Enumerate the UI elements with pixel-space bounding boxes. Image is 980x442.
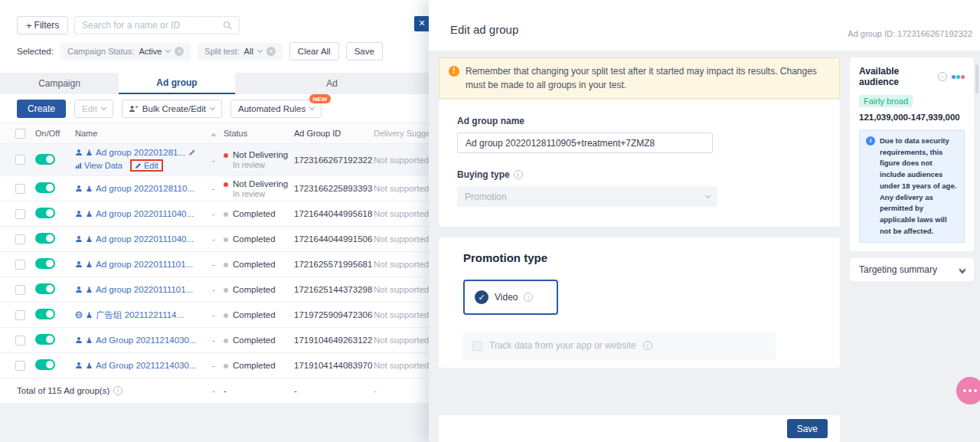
automated-rules-dropdown[interactable]: Automated Rules NEW <box>230 100 322 118</box>
flask-icon <box>86 362 93 369</box>
row-dash: - <box>205 184 222 193</box>
row-checkbox[interactable] <box>15 361 25 371</box>
row-dash: - <box>205 156 222 165</box>
remove-filter-icon[interactable] <box>266 47 276 56</box>
edit-link-highlight: Edit <box>130 159 163 172</box>
footer-dash: - <box>222 386 292 395</box>
header-name[interactable]: Name <box>74 129 205 138</box>
status-text: Not Delivering <box>233 150 288 159</box>
selected-filters-row: Selected: Campaign Status: Active Split … <box>17 42 383 61</box>
row-checkbox[interactable] <box>15 336 25 345</box>
row-checkbox[interactable] <box>15 184 25 194</box>
header-onoff[interactable]: On/Off <box>34 129 74 138</box>
row-toggle[interactable] <box>35 334 55 345</box>
edit-link[interactable]: Edit <box>135 161 158 170</box>
targeting-summary-card[interactable]: Targeting summary <box>850 258 974 281</box>
ad-group-id-cell: 1723166225893393 <box>292 184 372 193</box>
status-text: Completed <box>233 361 276 370</box>
row-toggle[interactable] <box>35 283 55 294</box>
view-data-link[interactable]: View Data <box>75 161 122 170</box>
select-all-checkbox[interactable] <box>15 129 25 139</box>
adgroup-name-link[interactable]: Ad group 20220111040... <box>96 209 194 218</box>
row-checkbox[interactable] <box>15 260 25 270</box>
row-checkbox[interactable] <box>15 234 25 244</box>
save-filter-button[interactable]: Save <box>346 42 383 61</box>
chip-label: Split test: <box>204 47 239 56</box>
table-row: Ad group 20220128110... - Not Delivering… <box>0 176 482 201</box>
person-icon <box>75 362 83 369</box>
sort-icon[interactable] <box>211 133 217 136</box>
flask-icon <box>86 185 93 192</box>
chevron-down-icon <box>101 105 106 110</box>
row-toggle[interactable] <box>35 233 55 244</box>
video-option[interactable]: Video <box>463 280 558 315</box>
new-badge: NEW <box>309 94 332 103</box>
adgroup-name-link[interactable]: 广告组 20211221114... <box>96 309 184 321</box>
adgroup-name-link[interactable]: Ad group 20220111101... <box>96 260 193 269</box>
edit-pencil-icon[interactable] <box>188 149 196 156</box>
filter-chip-split-test[interactable]: Split test: All <box>198 43 282 61</box>
drawer-header: Edit ad group Ad group ID: 1723166267192… <box>429 0 980 51</box>
chevron-down-icon <box>165 47 171 53</box>
row-toggle[interactable] <box>35 182 55 193</box>
adgroup-name-link[interactable]: Ad group 202201281... <box>96 148 185 157</box>
buying-type-label: Buying type <box>457 169 822 180</box>
status-text: Completed <box>233 285 276 294</box>
total-label: Total of 115 Ad group(s) <box>17 386 109 395</box>
filter-chip-campaign-status[interactable]: Campaign Status: Active <box>60 43 191 61</box>
close-icon[interactable] <box>414 16 430 31</box>
remove-filter-icon[interactable] <box>175 47 184 56</box>
adgroup-name-link[interactable]: Ad group 20220111040... <box>96 234 194 244</box>
row-checkbox[interactable] <box>15 310 25 320</box>
row-checkbox[interactable] <box>15 209 25 219</box>
track-data-checkbox[interactable] <box>472 341 482 351</box>
filters-button[interactable]: Filters <box>17 16 68 34</box>
drawer-title: Edit ad group <box>450 23 518 36</box>
save-button[interactable]: Save <box>787 419 828 438</box>
row-dash: - <box>205 361 222 370</box>
tab-ad-group[interactable]: Ad group <box>119 73 235 94</box>
header-status[interactable]: Status <box>222 129 292 138</box>
edit-dropdown[interactable]: Edit <box>74 100 113 118</box>
table-row: Ad Group 20211214030... - Completed 1719… <box>0 328 482 353</box>
chat-bubble-button[interactable] <box>956 377 980 404</box>
search-input[interactable] <box>82 20 223 31</box>
table-row: Ad group 202201281... View Data <box>0 144 482 176</box>
row-toggle[interactable] <box>35 208 55 218</box>
row-toggle[interactable] <box>35 154 55 165</box>
row-toggle[interactable] <box>35 258 55 269</box>
info-icon <box>643 341 652 350</box>
warning-icon <box>449 66 459 77</box>
row-toggle[interactable] <box>35 359 55 370</box>
edit-ad-group-drawer: Edit ad group Ad group ID: 1723166267192… <box>429 0 980 442</box>
flask-icon <box>86 286 93 293</box>
track-data-label: Track data from your app or website <box>489 340 636 351</box>
scrollbar[interactable] <box>975 64 978 93</box>
adgroup-name-link[interactable]: Ad group 20220111101... <box>96 285 193 294</box>
chevron-down-icon <box>309 105 315 110</box>
tab-ad[interactable]: Ad <box>235 73 429 94</box>
app-root: Filters Selected: Campaign Status: Activ… <box>0 0 980 442</box>
create-button[interactable]: Create <box>17 100 66 118</box>
adgroup-name-link[interactable]: Ad Group 20211214030... <box>96 336 197 345</box>
search-box[interactable] <box>74 16 240 34</box>
page-background <box>0 403 429 442</box>
track-data-option[interactable]: Track data from your app or website <box>463 332 776 359</box>
adgroup-name-link[interactable]: Ad group 20220128110... <box>96 184 194 193</box>
adgroup-name-link[interactable]: Ad Group 20211214030... <box>96 361 197 370</box>
clear-all-button[interactable]: Clear All <box>289 42 339 61</box>
expand-double-chevron-icon[interactable] <box>960 267 965 273</box>
buying-type-select[interactable]: Promotion <box>457 186 717 207</box>
row-checkbox[interactable] <box>15 285 25 295</box>
bulk-create-edit-dropdown[interactable]: Bulk Create/Edit <box>122 100 222 118</box>
status-dot <box>224 288 228 293</box>
info-icon <box>938 72 947 81</box>
tab-campaign[interactable]: Campaign <box>0 73 119 94</box>
row-checkbox[interactable] <box>15 155 25 165</box>
table-body: Ad group 202201281... View Data <box>0 144 482 378</box>
ad-group-name-input[interactable] <box>457 133 713 153</box>
targeting-summary-title: Targeting summary <box>859 264 937 275</box>
header-ad-group-id[interactable]: Ad Group ID <box>292 129 372 138</box>
row-toggle[interactable] <box>35 309 55 319</box>
audience-sidebar: Available audience Fairly broad 121,039,… <box>850 57 974 281</box>
